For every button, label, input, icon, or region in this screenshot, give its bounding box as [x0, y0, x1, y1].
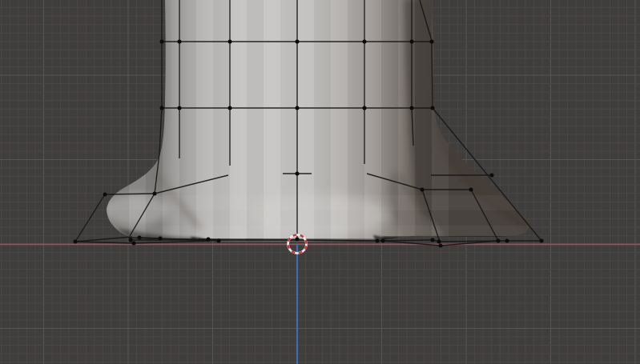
mesh-vertex[interactable] — [228, 40, 232, 44]
mesh-vertex[interactable] — [363, 106, 367, 110]
mesh-vertex[interactable] — [129, 238, 133, 242]
mesh-vertex[interactable] — [431, 106, 435, 110]
mesh-vertex[interactable] — [381, 239, 385, 243]
mesh-vertex[interactable] — [490, 174, 494, 178]
mesh-vertex[interactable] — [153, 192, 157, 196]
mesh-vertex[interactable] — [74, 240, 78, 244]
mesh-vertex[interactable] — [132, 242, 136, 246]
mesh-vertex[interactable] — [160, 40, 164, 44]
mesh-vertex[interactable] — [430, 40, 434, 44]
mesh-edge[interactable] — [105, 194, 155, 194]
mesh-vertex[interactable] — [497, 239, 501, 243]
mesh-vertex[interactable] — [178, 40, 182, 44]
mesh-vertex[interactable] — [410, 40, 414, 44]
mesh-vertex[interactable] — [160, 106, 164, 110]
mesh-vertex[interactable] — [363, 40, 367, 44]
mesh-vertex[interactable] — [138, 236, 142, 240]
mesh-vertex[interactable] — [207, 238, 211, 242]
mesh-vertex[interactable] — [469, 188, 473, 192]
mesh-vertex[interactable] — [178, 106, 182, 110]
mesh-vertex[interactable] — [296, 238, 300, 242]
mesh-vertex[interactable] — [103, 193, 107, 197]
mesh-vertex[interactable] — [437, 240, 441, 244]
mesh-vertex[interactable] — [159, 237, 163, 241]
mesh-edge[interactable] — [377, 240, 433, 241]
mesh-vertex[interactable] — [421, 188, 425, 192]
mesh-vertex[interactable] — [296, 106, 300, 110]
mesh-vertex[interactable] — [410, 106, 414, 110]
mesh-vertex[interactable] — [439, 244, 443, 248]
mesh-edge[interactable] — [432, 42, 433, 108]
viewport-scene — [0, 0, 640, 364]
mesh-vertex[interactable] — [505, 239, 509, 243]
mesh-vertex[interactable] — [540, 239, 544, 243]
blender-3d-viewport[interactable] — [0, 0, 640, 364]
mesh-edge[interactable] — [297, 240, 377, 241]
mesh-vertex[interactable] — [431, 238, 435, 242]
mesh-vertex[interactable] — [376, 239, 380, 243]
mesh-vertex[interactable] — [296, 172, 300, 176]
mesh-vertex[interactable] — [217, 239, 221, 243]
mesh-vertex[interactable] — [228, 106, 232, 110]
mesh-vertex[interactable] — [296, 40, 300, 44]
